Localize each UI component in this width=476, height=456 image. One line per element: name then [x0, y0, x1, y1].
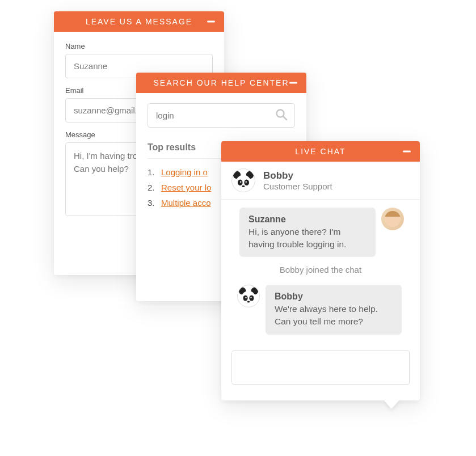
agent-avatar-small: [237, 285, 260, 307]
agent-bar: Bobby Customer Support: [221, 162, 420, 200]
svg-point-10: [242, 185, 245, 187]
svg-point-0: [277, 109, 284, 117]
chat-input-wrap: [221, 343, 420, 400]
svg-point-16: [245, 297, 246, 298]
result-link[interactable]: Logging in o: [161, 167, 208, 177]
agent-info: Bobby Customer Support: [263, 170, 332, 191]
chat-message-row: Bobby We're always here to help. Can you…: [231, 285, 410, 334]
live-chat-panel: LIVE CHAT Bobby Customer Supp: [221, 141, 420, 400]
svg-point-18: [247, 301, 250, 303]
agent-name: Bobby: [263, 170, 332, 181]
chat-message-row: Suzanne Hi, is anyone there? I'm having …: [231, 208, 410, 257]
minimize-icon[interactable]: [207, 21, 215, 23]
help-center-title: SEARCH OUR HELP CENTER: [153, 78, 289, 87]
svg-point-14: [243, 295, 248, 301]
svg-point-7: [244, 180, 249, 185]
search-wrap: [148, 103, 295, 128]
chat-sender: Suzanne: [248, 214, 367, 225]
svg-line-1: [284, 116, 287, 120]
result-link[interactable]: Reset your lo: [161, 183, 211, 192]
search-icon[interactable]: [275, 108, 288, 124]
leave-message-title: LEAVE US A MESSAGE: [86, 17, 192, 26]
system-message: Bobby joined the chat: [231, 265, 410, 275]
leave-message-header: LEAVE US A MESSAGE: [54, 11, 224, 32]
svg-point-6: [238, 180, 243, 185]
user-avatar: [381, 208, 404, 230]
agent-avatar: [231, 168, 255, 192]
search-input[interactable]: [148, 103, 295, 128]
svg-point-17: [250, 297, 251, 298]
chat-messages: Suzanne Hi, is anyone there? I'm having …: [221, 200, 420, 335]
chat-sender: Bobby: [275, 292, 393, 302]
live-chat-title: LIVE CHAT: [295, 147, 346, 156]
svg-point-15: [249, 295, 254, 301]
minimize-icon[interactable]: [403, 151, 411, 153]
chat-input[interactable]: [231, 351, 410, 385]
minimize-icon[interactable]: [289, 82, 297, 84]
chat-text: Hi, is anyone there? I'm having trouble …: [248, 226, 367, 250]
agent-role: Customer Support: [263, 181, 332, 191]
help-center-header: SEARCH OUR HELP CENTER: [136, 73, 306, 93]
result-link[interactable]: Multiple acco: [161, 198, 211, 208]
chat-text: We're always here to help. Can you tell …: [275, 303, 393, 327]
name-label: Name: [65, 42, 213, 50]
svg-point-9: [246, 181, 247, 183]
chat-bubble: Suzanne Hi, is anyone there? I'm having …: [239, 208, 376, 257]
chat-bubble: Bobby We're always here to help. Can you…: [266, 285, 402, 334]
live-chat-header: LIVE CHAT: [221, 141, 420, 162]
svg-point-8: [240, 181, 241, 183]
chat-tail-icon: [384, 400, 399, 409]
